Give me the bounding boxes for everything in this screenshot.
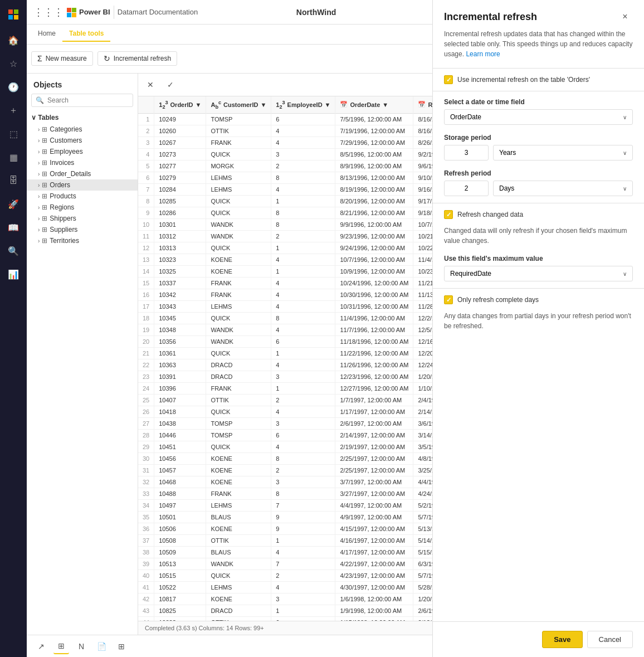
- table-cell: 9/10/1996, 12:00:00 AM: [413, 172, 432, 183]
- export-icon[interactable]: ↗: [33, 639, 49, 654]
- col-filter-icon[interactable]: ▼: [260, 101, 266, 108]
- date-field-dropdown[interactable]: OrderDate ∨: [444, 109, 633, 125]
- storage-period-input[interactable]: [444, 145, 489, 160]
- table-cell: BLAUS: [206, 546, 271, 558]
- cancel-edit-icon[interactable]: ✕: [143, 77, 158, 93]
- layer-icon[interactable]: ⬚: [3, 124, 23, 144]
- use-incremental-checkbox[interactable]: [444, 75, 453, 84]
- table-row: 4310825DRACD11/9/1998, 12:00:00 AM2/6/19…: [138, 605, 432, 616]
- tree-item-employees[interactable]: › ⊞ Employees: [27, 146, 138, 157]
- refresh-period-input[interactable]: [444, 181, 489, 196]
- panel-title: Incremental refresh: [444, 11, 537, 23]
- table-row: 610279LEHMS88/13/1996, 12:00:00 AM9/10/1…: [138, 172, 432, 183]
- tree-item-orders[interactable]: › ⊞ Orders: [27, 179, 138, 191]
- table-wrapper[interactable]: 123 OrderID ▼ Abc CustomerID ▼: [138, 96, 432, 621]
- report-view-icon[interactable]: 📄: [94, 639, 109, 654]
- chart-icon[interactable]: ▦: [3, 147, 23, 167]
- row-number: 7: [138, 183, 154, 195]
- chevron-icon: ›: [38, 138, 40, 144]
- app-waffle-icon[interactable]: ⋮⋮⋮: [33, 6, 64, 18]
- table-cell: 2/14/1997, 12:00:00 AM: [335, 429, 413, 441]
- table-cell: 12/20/1996, 12:00:00 AM: [413, 347, 432, 359]
- cancel-button[interactable]: Cancel: [587, 631, 633, 648]
- col-orderdate[interactable]: 📅 OrderDate ▼: [335, 96, 413, 113]
- analytics-icon[interactable]: 📊: [3, 264, 23, 284]
- search-input[interactable]: [31, 94, 133, 107]
- search-circle-icon[interactable]: 🔍: [3, 241, 23, 261]
- complete-days-row: Only refresh complete days: [433, 291, 644, 309]
- tree-item-regions[interactable]: › ⊞ Regions: [27, 202, 138, 213]
- model-view-icon[interactable]: N: [74, 639, 89, 654]
- row-number: 20: [138, 335, 154, 347]
- refresh-period-label: Refresh period: [444, 169, 633, 177]
- table-row: 3010456KOENE82/25/1997, 12:00:00 AM4/8/1…: [138, 452, 432, 464]
- svg-rect-2: [8, 15, 13, 20]
- table-cell: 10285: [154, 195, 206, 207]
- refresh-period-unit-dropdown[interactable]: Days ∨: [493, 181, 633, 196]
- table-cell: 4: [271, 441, 335, 452]
- row-number: 36: [138, 523, 154, 534]
- tab-home[interactable]: Home: [31, 26, 62, 42]
- col-customerid[interactable]: Abc CustomerID ▼: [206, 96, 271, 113]
- storage-period-unit-dropdown[interactable]: Years ∨: [493, 145, 633, 160]
- col-orderid[interactable]: 123 OrderID ▼: [154, 96, 206, 113]
- tree-item-invoices[interactable]: › ⊞ Invoices: [27, 157, 138, 168]
- tree-item-suppliers[interactable]: › ⊞ Suppliers: [27, 224, 138, 235]
- col-filter-icon[interactable]: ▼: [325, 101, 331, 108]
- book-icon[interactable]: 📖: [3, 217, 23, 237]
- table-cell: 10301: [154, 218, 206, 230]
- table-cell: 10361: [154, 347, 206, 359]
- col-employeeid[interactable]: 123 EmployeeID ▼: [271, 96, 335, 113]
- waffle-icon[interactable]: [3, 4, 23, 25]
- table-cell: 4/23/1997, 12:00:00 AM: [335, 570, 413, 581]
- table-cell: 10833: [154, 616, 206, 621]
- max-value-dropdown[interactable]: RequiredDate ∨: [444, 266, 633, 281]
- database-icon[interactable]: 🗄: [3, 171, 23, 191]
- plus-icon[interactable]: ＋: [3, 100, 23, 120]
- panel-close-button[interactable]: ×: [617, 9, 633, 25]
- app-title: NorthWind: [207, 8, 426, 17]
- table-row: 4010515QUICK24/23/1997, 12:00:00 AM5/7/1…: [138, 570, 432, 581]
- tree-item-shippers[interactable]: › ⊞ Shippers: [27, 213, 138, 224]
- row-number: 9: [138, 207, 154, 218]
- document-title: Datamart Documentation: [118, 8, 198, 16]
- new-measure-button[interactable]: Σ New measure: [31, 51, 93, 66]
- max-value-section: Use this field's maximum value RequiredD…: [433, 250, 644, 286]
- row-number: 17: [138, 300, 154, 312]
- col-requireddate[interactable]: 📅 RequiredDate ▼: [413, 96, 432, 113]
- save-button[interactable]: Save: [542, 631, 582, 648]
- table-cell: 2: [271, 394, 335, 406]
- tree-item-order-details[interactable]: › ⊞ Order_Details: [27, 168, 138, 179]
- dax-view-icon[interactable]: ⊞: [114, 639, 129, 654]
- star-icon[interactable]: ☆: [3, 53, 23, 74]
- learn-more-link[interactable]: Learn more: [466, 50, 500, 58]
- clock-icon[interactable]: 🕐: [3, 77, 23, 97]
- table-cell: LEHMS: [206, 499, 271, 511]
- complete-days-checkbox[interactable]: [444, 295, 453, 304]
- table-row: 1610342FRANK410/30/1996, 12:00:00 AM11/1…: [138, 289, 432, 300]
- home-icon[interactable]: 🏠: [3, 30, 23, 50]
- table-cell: 1: [271, 605, 335, 616]
- section-chevron: ∨: [31, 114, 38, 121]
- tree-item-territories[interactable]: › ⊞ Territories: [27, 235, 138, 246]
- table-cell: 12/2/1996, 12:00:00 AM: [413, 312, 432, 324]
- col-filter-icon[interactable]: ▼: [196, 101, 202, 108]
- table-cell: 3/6/1997, 12:00:00 AM: [413, 417, 432, 429]
- table-cell: 1/20/1998, 12:00:00 AM: [413, 593, 432, 605]
- confirm-edit-icon[interactable]: ✓: [163, 77, 178, 93]
- refresh-changed-checkbox[interactable]: [444, 210, 453, 219]
- row-number: 6: [138, 172, 154, 183]
- row-number: 30: [138, 452, 154, 464]
- tree-item-products[interactable]: › ⊞ Products: [27, 191, 138, 202]
- tree-item-categories[interactable]: › ⊞ Categories: [27, 124, 138, 135]
- tab-table-tools[interactable]: Table tools: [62, 26, 110, 42]
- col-filter-icon[interactable]: ▼: [382, 101, 388, 108]
- storage-period-row: Years ∨: [444, 145, 633, 160]
- table-view-icon[interactable]: ⊞: [53, 639, 69, 654]
- rocket-icon[interactable]: 🚀: [3, 194, 23, 214]
- tree-item-customers[interactable]: › ⊞ Customers: [27, 135, 138, 146]
- row-number: 15: [138, 277, 154, 289]
- incremental-refresh-button[interactable]: ↻ Incremental refresh: [97, 51, 177, 66]
- table-cell: 10342: [154, 289, 206, 300]
- chevron-icon: ›: [38, 126, 40, 133]
